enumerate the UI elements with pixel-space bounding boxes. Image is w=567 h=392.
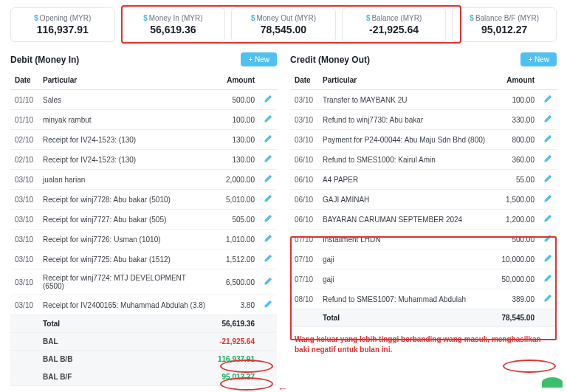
edit-icon[interactable] [264,174,272,183]
table-row: 03/10Transfer to MAYBANK 2U100.00 [290,90,557,110]
credit-th-particular: Particular [318,71,495,90]
credit-title: Credit (Money Out) [290,55,370,65]
footer-row: Total56,619.36 [10,315,277,333]
footer-row: BAL-21,925.64 [10,333,277,351]
edit-icon[interactable] [264,154,272,163]
summary-cards: $Opening (MYR)116,937.91$Money In (MYR)5… [10,7,557,42]
table-row: 07/10gaji10,000.00 [290,250,557,269]
table-row: 03/10Receipt for winj7727: Abu bakar (50… [10,210,277,230]
edit-icon[interactable] [543,134,552,143]
credit-th-amount: Amount [495,71,539,90]
table-row: 01/10Sales500.00 [10,90,277,110]
debit-column: Debit (Money In) + New Date Particular A… [10,52,277,386]
edit-icon[interactable] [543,254,552,263]
table-row: 07/10gaji50,000.00 [290,269,557,289]
credit-column: Credit (Money Out) + New Date Particular… [290,52,557,386]
debit-title: Debit (Money In) [10,55,79,65]
debit-th-date: Date [10,71,38,90]
debit-new-button[interactable]: + New [241,52,277,66]
table-row: 03/10jualan harian2,000.00 [10,170,277,190]
edit-icon[interactable] [264,194,272,203]
credit-th-date: Date [290,71,318,90]
edit-icon[interactable] [264,234,272,243]
edit-icon[interactable] [543,174,552,183]
table-row: 02/10Receipt for IV24-1523: (130)130.00 [10,130,277,150]
table-row: 08/10Refund to SMES1007: Muhammad Abdula… [290,289,557,309]
table-row: 06/10BAYARAN CARUMAN SEPTEMBER 20241,200… [290,210,557,230]
table-row: 07/10Installment LHDN500.00 [290,230,557,250]
debit-th-particular: Particular [38,71,213,90]
edit-icon[interactable] [264,214,272,223]
edit-icon[interactable] [264,114,272,123]
table-row: 06/10A4 PAPER55.00 [290,170,557,190]
table-row: 03/10Payment for P24-00044: Abu Maju Sdn… [290,130,557,150]
edit-icon[interactable] [264,300,272,309]
highlight-oval-credit-total [503,360,556,373]
summary-card-2: $Money Out (MYR)78,545.00 [231,7,336,42]
edit-icon[interactable] [543,154,552,163]
edit-icon[interactable] [543,214,552,223]
edit-icon[interactable] [543,114,552,123]
table-row: 01/10minyak rambut100.00 [10,110,277,130]
edit-icon[interactable] [543,234,552,243]
edit-icon[interactable] [543,94,552,103]
edit-icon[interactable] [543,294,552,303]
edit-icon[interactable] [264,277,272,286]
table-row: 03/10Receipt for winj7726: Usman (1010)1… [10,230,277,250]
edit-icon[interactable] [264,134,272,143]
summary-card-3: $Balance (MYR)-21,925.64 [342,7,447,42]
credit-new-button[interactable]: + New [520,52,557,66]
edit-icon[interactable] [264,94,272,103]
table-row: 03/10Receipt for winj7728: Abu bakar (50… [10,190,277,210]
edit-icon[interactable] [264,254,272,263]
summary-card-1: $Money In (MYR)56,619.36 [121,7,226,42]
table-row: 06/10GAJI AMINAH1,500.00 [290,190,557,210]
table-row: 03/10Refund to winj7730: Abu bakar330.00 [290,110,557,130]
table-row: 03/10Receipt for IV2400165: Muhammad Abd… [10,295,277,315]
summary-card-0: $Opening (MYR)116,937.91 [10,7,115,42]
footer-row: Total78,545.00 [290,309,557,327]
footer-row: BAL B/F95,012.27 [10,368,277,386]
credit-table: Date Particular Amount 03/10Transfer to … [290,71,557,327]
table-row: 03/10Receipt for winj7724: MTJ DEVELOPME… [10,269,277,295]
summary-card-4: $Balance B/F (MYR)95,012.27 [452,7,557,42]
debit-th-amount: Amount [213,71,259,90]
edit-icon[interactable] [543,194,552,203]
table-row: 02/10Receipt for IV24-1523: (130)130.00 [10,150,277,170]
annotation-arrow: ← [278,382,288,392]
debit-table: Date Particular Amount 01/10Sales500.000… [10,71,277,386]
table-row: 06/10Refund to SMES1000: Kairul Amin360.… [290,150,557,170]
table-row: 03/10Receipt for winj7725: Abu bakar (15… [10,250,277,269]
chat-fab[interactable] [542,377,563,388]
edit-icon[interactable] [543,274,552,283]
annotation-note: Wang keluar yang lebih tinggi berbanding… [290,334,557,355]
footer-row: BAL B/B116,937.91 [10,351,277,368]
